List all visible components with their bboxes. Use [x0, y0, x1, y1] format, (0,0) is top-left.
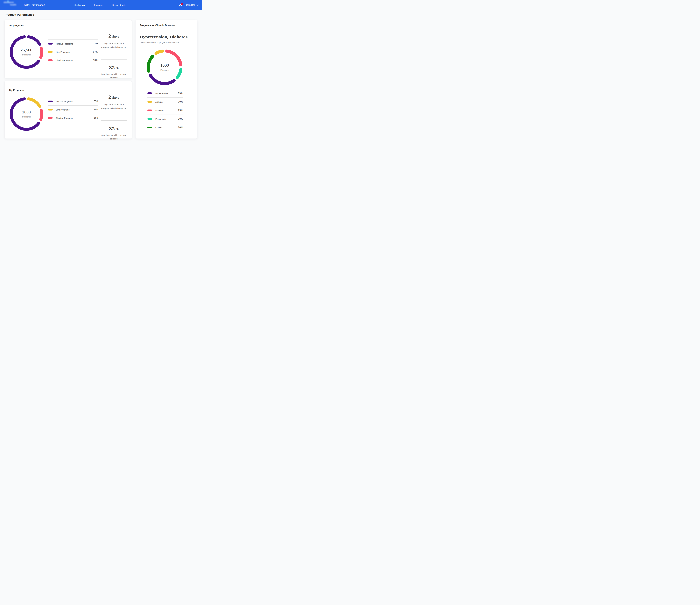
card-title: My Programs [9, 89, 24, 92]
legend-value: 10% [93, 59, 98, 62]
stat-description: Members identified are not enrolled [100, 134, 128, 141]
legend-label: Pneumonia [155, 118, 166, 120]
legend-row: Hypertension 35% [147, 89, 183, 97]
legend-value: 10% [178, 100, 183, 103]
donut-center: 1000 Programs [147, 49, 182, 85]
legend-row: Shadow Programs 10% [48, 56, 98, 65]
legend-row: Inactive Programs 23% [48, 40, 98, 48]
page-title: Program Performance [5, 13, 34, 16]
legend-value: 23% [93, 42, 98, 45]
legend-row: Live Programs 300 [48, 105, 98, 114]
legend-value: 35% [178, 92, 183, 95]
stat-number: 2 [108, 95, 111, 100]
nav-item-dashboard[interactable]: Dashboard [74, 4, 85, 6]
legend-color-pill [48, 109, 53, 111]
donut-center: 25,560 Programs [10, 35, 43, 69]
all-programs-donut-chart: 25,560 Programs [10, 35, 43, 69]
chronic-headline: Hypertension, Diabetes [140, 35, 188, 39]
stats-divider [101, 120, 127, 121]
legend-value: 10% [178, 118, 183, 120]
legend-value: 20% [178, 126, 183, 129]
my-programs-card: My Programs 1000 Programs Inactive Progr… [4, 81, 132, 139]
nav-item-programs[interactable]: Programs [94, 4, 103, 6]
header-divider [21, 2, 21, 8]
legend-label: Shadow Programs [56, 117, 73, 119]
user-name: John Deo [186, 4, 196, 6]
legend-value: 25% [178, 109, 183, 112]
donut-center-value: 25,560 [21, 48, 32, 52]
legend-label: Live Programs [56, 51, 70, 53]
stat-number: 2 [108, 33, 111, 39]
stat-unit: days [112, 96, 119, 99]
chronic-legend: Hypertension 35% Asthma 10% Diabetes 25%… [147, 89, 183, 132]
legend-label: Cancer [155, 126, 162, 129]
donut-center: 1000 Programs [10, 97, 43, 131]
legend-value: 550 [94, 100, 98, 103]
card-title: Programs for Chronic Diseases [140, 24, 175, 27]
legend-color-pill [147, 110, 152, 111]
legend-color-pill [48, 101, 53, 102]
donut-center-label: Programs [22, 116, 31, 118]
logo-text-line2: health [10, 4, 20, 6]
donut-center-label: Programs [22, 54, 31, 56]
stat-value: 32% [100, 65, 128, 71]
donut-center-value: 1000 [160, 63, 169, 68]
legend-color-pill [48, 117, 53, 119]
chronic-diseases-card: Programs for Chronic Diseases Hypertensi… [135, 20, 197, 139]
members-not-enrolled-stat: 32% Members identified are not enrolled [100, 126, 128, 141]
stat-unit: days [112, 34, 119, 38]
stat-description: Avg. Time taken for a Program to be in l… [100, 102, 128, 111]
mail-badge: 1 [181, 3, 183, 5]
avg-time-stat: 2days Avg. Time taken for a Program to b… [100, 33, 128, 49]
legend-label: Shadow Programs [56, 59, 73, 62]
donut-center-label: Programs [160, 69, 169, 71]
my-programs-donut-chart: 1000 Programs [10, 97, 43, 131]
donut-center-value: 1000 [22, 110, 31, 115]
legend-value: 300 [94, 108, 98, 111]
app-title: Digital Stratification [23, 0, 45, 10]
all-programs-legend: Inactive Programs 23% Live Programs 67% … [48, 40, 98, 65]
legend-color-pill [48, 51, 53, 53]
stat-value: 32% [100, 126, 128, 132]
stat-description: Members identified are not enrolled [100, 72, 128, 79]
app-header: elevance health Digital Stratification D… [0, 0, 202, 10]
stat-unit: % [116, 66, 119, 70]
stat-value: 2days [100, 33, 128, 40]
all-programs-card: All programs 25,560 Programs Inactive Pr… [4, 20, 132, 78]
brand-logo[interactable]: elevance health [4, 1, 20, 9]
mail-icon[interactable]: 1 [179, 4, 182, 6]
avg-time-stat: 2days Avg. Time taken for a Program to b… [100, 95, 128, 111]
header-right: 1 John Deo [179, 0, 199, 10]
legend-color-pill [147, 118, 152, 120]
legend-row: Diabetes 25% [147, 106, 183, 115]
legend-color-pill [147, 101, 152, 103]
stat-unit: % [116, 127, 119, 131]
stat-number: 32 [109, 65, 115, 70]
legend-color-pill [147, 92, 152, 94]
chronic-subtitle: has most number of programs in database [141, 41, 179, 44]
chevron-down-icon [197, 4, 199, 6]
legend-color-pill [147, 127, 152, 128]
legend-row: Shadow Programs 150 [48, 114, 98, 122]
legend-value: 67% [93, 51, 98, 53]
legend-row: Pneumonia 10% [147, 115, 183, 123]
legend-label: Hypertension [155, 92, 168, 95]
logo-text-line1: elevance [4, 1, 20, 4]
my-programs-legend: Inactive Programs 550 Live Programs 300 … [48, 97, 98, 122]
nav-item-member-profile[interactable]: Member Profile [112, 4, 126, 6]
logo-drop-icon [7, 0, 9, 2]
legend-row: Live Programs 67% [48, 48, 98, 56]
legend-color-pill [48, 43, 53, 45]
legend-value: 150 [94, 117, 98, 119]
members-not-enrolled-stat: 32% Members identified are not enrolled [100, 65, 128, 79]
legend-label: Inactive Programs [56, 43, 73, 45]
legend-row: Asthma 10% [147, 97, 183, 106]
stat-value: 2days [100, 95, 128, 101]
user-menu[interactable]: John Deo [186, 4, 199, 6]
chronic-donut-chart: 1000 Programs [147, 49, 182, 85]
legend-label: Inactive Programs [56, 100, 73, 103]
legend-label: Live Programs [56, 108, 70, 111]
legend-label: Diabetes [155, 109, 164, 112]
stat-number: 32 [109, 126, 115, 131]
main-nav: Dashboard Programs Member Profile [74, 0, 126, 10]
